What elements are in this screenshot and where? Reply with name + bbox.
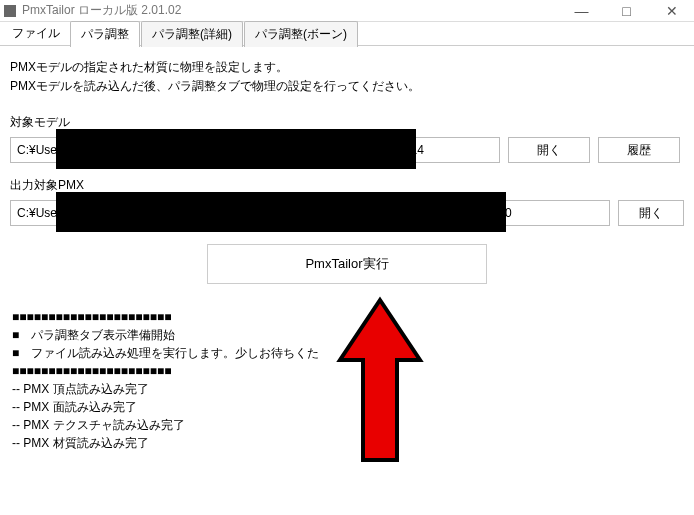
log-line: -- PMX テクスチャ読み込み完了 [12, 416, 684, 434]
tab-para[interactable]: パラ調整 [70, 21, 140, 47]
desc-line1: PMXモデルの指定された材質に物理を設定します。 [10, 58, 684, 77]
log-line: -- PMX 面読み込み完了 [12, 398, 684, 416]
tab-para-detail[interactable]: パラ調整(詳細) [141, 21, 243, 47]
log-line: -- PMX 材質読み込み完了 [12, 434, 684, 452]
content-area: PMXモデルの指定された材質に物理を設定します。 PMXモデルを読み込んだ後、パ… [0, 46, 694, 452]
execute-row: PmxTailor実行 [10, 244, 684, 284]
close-button[interactable]: ✕ [649, 0, 694, 22]
target-model-history-button[interactable]: 履歴 [598, 137, 680, 163]
output-pmx-label: 出力対象PMX [10, 177, 684, 194]
minimize-button[interactable]: — [559, 0, 604, 22]
log-line: ■■■■■■■■■■■■■■■■■■■■■■ [12, 308, 684, 326]
output-pmx-input[interactable] [10, 200, 610, 226]
target-model-open-button[interactable]: 開く [508, 137, 590, 163]
target-model-row: 開く 履歴 [10, 137, 684, 163]
output-pmx-row: 開く [10, 200, 684, 226]
tab-para-bone[interactable]: パラ調整(ボーン) [244, 21, 358, 47]
log-line: ■ ファイル読み込み処理を実行します。少しお待ちくた [12, 344, 684, 362]
target-model-input[interactable] [10, 137, 500, 163]
output-pmx-open-button[interactable]: 開く [618, 200, 684, 226]
execute-button[interactable]: PmxTailor実行 [207, 244, 487, 284]
target-model-label: 対象モデル [10, 114, 684, 131]
tab-strip: パラ調整 パラ調整(詳細) パラ調整(ボーン) [70, 22, 359, 46]
log-output: ■■■■■■■■■■■■■■■■■■■■■■ ■ パラ調整タブ表示準備開始 ■ … [10, 308, 684, 452]
log-line: -- PMX 頂点読み込み完了 [12, 380, 684, 398]
description: PMXモデルの指定された材質に物理を設定します。 PMXモデルを読み込んだ後、パ… [10, 58, 684, 96]
desc-line2: PMXモデルを読み込んだ後、パラ調整タブで物理の設定を行ってください。 [10, 77, 684, 96]
log-line: ■ パラ調整タブ表示準備開始 [12, 326, 684, 344]
menu-file[interactable]: ファイル [2, 22, 70, 45]
app-icon [4, 5, 16, 17]
log-line: ■■■■■■■■■■■■■■■■■■■■■■ [12, 362, 684, 380]
titlebar: PmxTailor ローカル版 2.01.02 — □ ✕ [0, 0, 694, 22]
menubar: ファイル パラ調整 パラ調整(詳細) パラ調整(ボーン) [0, 22, 694, 46]
window-title: PmxTailor ローカル版 2.01.02 [22, 2, 559, 19]
maximize-button[interactable]: □ [604, 0, 649, 22]
